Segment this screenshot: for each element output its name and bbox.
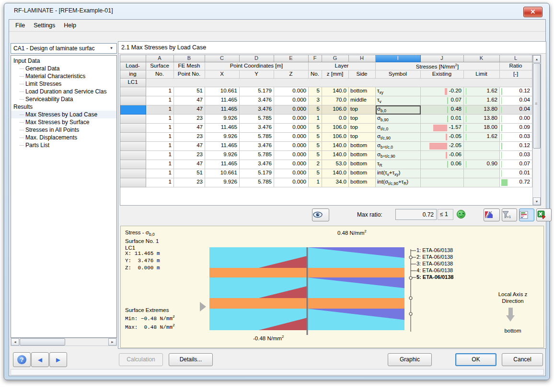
column-header-F[interactable]: F <box>309 55 322 62</box>
cell[interactable]: 23 <box>174 178 205 187</box>
cell[interactable]: 0.12 <box>500 142 532 151</box>
view-mode-button[interactable] <box>312 208 329 221</box>
cell[interactable]: 11.465 <box>205 124 240 133</box>
row-selector-cell[interactable] <box>120 105 146 115</box>
cell[interactable]: int(τv+τxy) <box>376 169 421 178</box>
scroll-up-arrow-icon[interactable]: ▲ <box>533 55 541 63</box>
cancel-button[interactable]: Cancel <box>502 353 543 366</box>
cell[interactable]: 0.72 <box>500 178 532 187</box>
cell[interactable]: 0.000 <box>274 151 309 160</box>
row-selector-cell[interactable] <box>120 133 146 142</box>
cell[interactable]: 0.000 <box>274 105 309 115</box>
cell[interactable]: top <box>349 133 376 142</box>
table-row[interactable]: 1239.9265.7850.000134.0bottomint(σt/c,90… <box>120 178 532 187</box>
cell[interactable]: 53.0 <box>322 160 349 169</box>
titlebar[interactable]: RF-LAMINATE - [RFEM-Example-01] ✕ <box>4 3 549 19</box>
column-header-L[interactable]: L <box>500 55 532 62</box>
column-header-J[interactable]: J <box>421 55 464 62</box>
table-row[interactable]: 15110.6615.1790.0005140.0bottomint(τv+τx… <box>120 169 532 178</box>
cell[interactable]: σb,90 <box>376 115 421 124</box>
cell[interactable]: 70.0 <box>322 96 349 105</box>
row-selector-cell[interactable] <box>120 178 146 187</box>
cell[interactable]: 5.179 <box>240 169 274 178</box>
sidebar-item-max-stresses-by-surface[interactable]: Max Stresses by Surface <box>11 118 116 126</box>
cell[interactable]: bottom <box>349 178 376 187</box>
filter-ratio-button[interactable]: >1 <box>502 208 517 221</box>
cell[interactable]: 1 <box>146 124 174 133</box>
cell[interactable]: 0.07 <box>500 160 532 169</box>
cell[interactable]: -0.20 <box>421 87 464 96</box>
cell[interactable]: top <box>349 124 376 133</box>
cell[interactable]: 34.0 <box>322 178 349 187</box>
menu-item-settings[interactable]: Settings <box>29 21 59 30</box>
tree-root-input-data[interactable]: Input Data <box>11 57 116 65</box>
table-row[interactable]: 1239.9265.7850.0005106.0topσt/c,90-0.051… <box>120 133 532 142</box>
cell[interactable]: middle <box>349 96 376 105</box>
row-selector-cell[interactable] <box>120 96 146 105</box>
cell[interactable]: 3 <box>309 96 322 105</box>
cell[interactable]: 0.000 <box>274 124 309 133</box>
cell[interactable]: 1 <box>146 142 174 151</box>
cell[interactable]: 47 <box>174 160 205 169</box>
cell[interactable]: 0.04 <box>500 96 532 105</box>
cell[interactable]: -0.06 <box>421 151 464 160</box>
cell[interactable]: 10.661 <box>205 169 240 178</box>
cell[interactable]: σb,0 <box>376 105 421 115</box>
cell[interactable]: 9.926 <box>205 178 240 187</box>
cell[interactable]: 5.785 <box>240 133 274 142</box>
cell[interactable]: 1.62 <box>464 133 500 142</box>
table-row[interactable]: 14711.4653.4760.000253.0bottomτR0.060.90… <box>120 160 532 169</box>
cell[interactable]: 3.476 <box>240 142 274 151</box>
cell[interactable]: 51 <box>174 87 205 96</box>
cell[interactable]: 0.000 <box>274 142 309 151</box>
cell[interactable]: 51 <box>174 169 205 178</box>
cell[interactable]: 23 <box>174 115 205 124</box>
sidebar-item-limit-stresses[interactable]: Limit Stresses <box>11 80 116 88</box>
cell[interactable]: 106.0 <box>322 133 349 142</box>
cell[interactable]: 3.476 <box>240 160 274 169</box>
cell[interactable]: 5 <box>309 142 322 151</box>
cell[interactable]: 3.476 <box>240 105 274 115</box>
cell[interactable]: -2.05 <box>421 142 464 151</box>
table-row[interactable]: 1239.9265.7850.0005140.0bottomσb+t/c,90-… <box>120 151 532 160</box>
cell[interactable]: top <box>349 105 376 115</box>
menu-item-help[interactable]: Help <box>59 21 81 30</box>
column-header-C[interactable]: C <box>205 55 240 62</box>
row-selector-cell[interactable] <box>120 87 146 96</box>
design-case-dropdown[interactable]: CA1 - Design of laminate surfac ▼ <box>11 43 117 54</box>
row-selector-cell[interactable] <box>120 169 146 178</box>
cell[interactable]: 9.926 <box>205 133 240 142</box>
cell[interactable]: 1 <box>146 133 174 142</box>
cell[interactable]: 5 <box>309 105 322 115</box>
cell[interactable]: bottom <box>349 151 376 160</box>
result-bars-button[interactable] <box>519 208 534 221</box>
sidebar-item-max-displacements[interactable]: Max. Displacements <box>11 134 116 141</box>
close-button[interactable]: ✕ <box>523 7 542 17</box>
cell[interactable]: τR <box>376 160 421 169</box>
cell[interactable]: 0.12 <box>500 87 532 96</box>
color-scale-button[interactable] <box>484 208 500 221</box>
ok-button[interactable]: OK <box>455 353 496 366</box>
cell[interactable]: 23 <box>174 133 205 142</box>
cell[interactable]: 5 <box>309 169 322 178</box>
cell[interactable]: 0.07 <box>421 96 464 105</box>
table-row[interactable]: 1239.9265.7850.00010.0topσb,900.0113.800… <box>120 115 532 124</box>
column-header-B[interactable]: B <box>174 55 205 62</box>
cell[interactable]: 1 <box>309 115 322 124</box>
cell[interactable]: 47 <box>174 142 205 151</box>
cell[interactable]: 9.926 <box>205 151 240 160</box>
cell[interactable] <box>421 169 464 178</box>
cell[interactable]: 0.0 <box>322 115 349 124</box>
cell[interactable]: 0.000 <box>274 96 309 105</box>
cell[interactable]: 11.465 <box>205 160 240 169</box>
cell[interactable]: 0.000 <box>274 160 309 169</box>
cell[interactable]: σb+t/c,0 <box>376 142 421 151</box>
scroll-left-arrow-icon[interactable]: ◄ <box>11 338 19 346</box>
column-header-H[interactable]: H <box>349 55 376 62</box>
cell[interactable]: 140.0 <box>322 169 349 178</box>
cell[interactable]: 5 <box>309 124 322 133</box>
cell[interactable]: 1 <box>146 115 174 124</box>
column-header-I[interactable]: I <box>376 55 421 62</box>
graphic-button[interactable]: Graphic <box>388 353 432 366</box>
cell[interactable]: 0.00 <box>500 115 532 124</box>
